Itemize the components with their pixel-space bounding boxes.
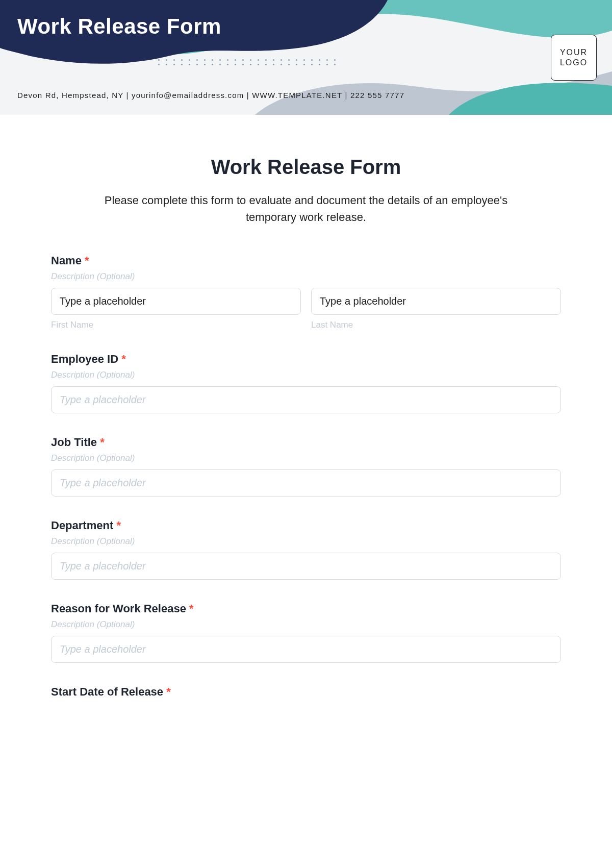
label-department: Department *: [51, 519, 561, 532]
field-name: Name * Description (Optional) First Name…: [51, 254, 561, 330]
hint-employee-id: Description (Optional): [51, 370, 561, 380]
last-name-input[interactable]: [311, 288, 561, 315]
label-name: Name *: [51, 254, 561, 267]
employee-id-input[interactable]: [51, 386, 561, 413]
label-reason-text: Reason for Work Release: [51, 602, 186, 615]
hint-reason: Description (Optional): [51, 619, 561, 630]
label-reason: Reason for Work Release *: [51, 602, 561, 615]
required-marker: *: [116, 519, 121, 532]
sub-first-name: First Name: [51, 320, 301, 330]
required-marker: *: [100, 436, 105, 449]
label-name-text: Name: [51, 254, 82, 267]
label-employee-id: Employee ID *: [51, 353, 561, 366]
label-start-date-text: Start Date of Release: [51, 685, 163, 698]
department-input[interactable]: [51, 553, 561, 580]
dot-pattern: [158, 59, 337, 65]
label-department-text: Department: [51, 519, 113, 532]
form-description: Please complete this form to evaluate an…: [82, 192, 530, 226]
field-department: Department * Description (Optional): [51, 519, 561, 580]
header-title: Work Release Form: [17, 14, 221, 39]
field-start-date: Start Date of Release *: [51, 685, 561, 699]
label-job-title: Job Title *: [51, 436, 561, 449]
required-marker: *: [166, 685, 171, 698]
sub-last-name: Last Name: [311, 320, 561, 330]
form-container: Work Release Form Please complete this f…: [0, 115, 612, 723]
reason-input[interactable]: [51, 636, 561, 663]
header-band: Work Release Form YOUR LOGO Devon Rd, He…: [0, 0, 612, 115]
job-title-input[interactable]: [51, 469, 561, 497]
label-job-title-text: Job Title: [51, 436, 97, 449]
required-marker: *: [189, 602, 194, 615]
hint-department: Description (Optional): [51, 536, 561, 547]
contact-line: Devon Rd, Hempstead, NY | yourinfo@email…: [17, 91, 404, 100]
field-employee-id: Employee ID * Description (Optional): [51, 353, 561, 413]
logo-placeholder: YOUR LOGO: [551, 35, 597, 81]
hint-job-title: Description (Optional): [51, 453, 561, 463]
first-name-input[interactable]: [51, 288, 301, 315]
hint-name: Description (Optional): [51, 271, 561, 282]
field-reason: Reason for Work Release * Description (O…: [51, 602, 561, 663]
field-job-title: Job Title * Description (Optional): [51, 436, 561, 497]
required-marker: *: [121, 353, 126, 365]
label-employee-id-text: Employee ID: [51, 353, 118, 365]
required-marker: *: [85, 254, 89, 267]
label-start-date: Start Date of Release *: [51, 685, 561, 699]
form-title: Work Release Form: [51, 156, 561, 179]
